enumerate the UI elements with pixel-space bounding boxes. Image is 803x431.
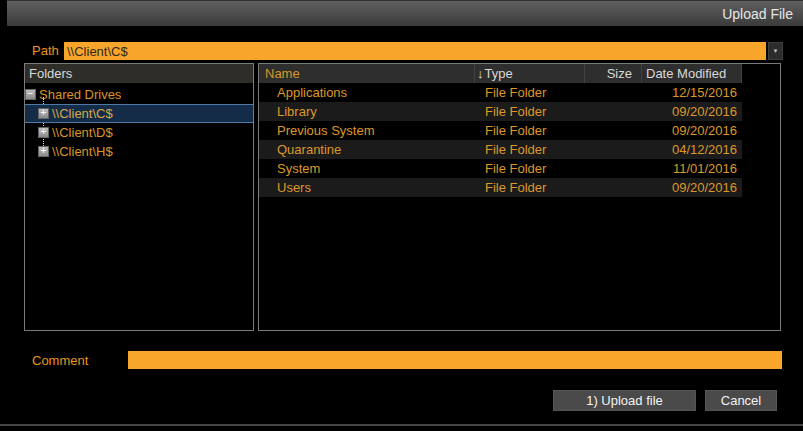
column-header-type[interactable]: ↓Type bbox=[475, 64, 585, 83]
file-type: File Folder bbox=[475, 83, 585, 102]
path-input[interactable] bbox=[64, 42, 766, 60]
expand-plus-icon[interactable]: + bbox=[38, 108, 49, 119]
file-name: Quarantine bbox=[259, 140, 475, 159]
file-size bbox=[585, 83, 642, 102]
file-date-modified: 12/15/2016 bbox=[642, 83, 742, 102]
sort-descending-icon: ↓ bbox=[477, 66, 484, 81]
file-row-previous-system[interactable]: Previous System File Folder 09/20/2016 bbox=[259, 121, 742, 140]
file-row-library[interactable]: Library File Folder 09/20/2016 bbox=[259, 102, 742, 121]
file-date-modified: 04/12/2016 bbox=[642, 140, 742, 159]
tree-item-client-d[interactable]: + \\Client\D$ bbox=[25, 123, 253, 142]
chevron-down-icon: ▼ bbox=[773, 48, 779, 54]
file-date-modified: 09/20/2016 bbox=[642, 121, 742, 140]
tree-item-client-h[interactable]: + \\Client\H$ bbox=[25, 142, 253, 161]
folders-panel-header: Folders bbox=[25, 64, 253, 83]
upload-file-button[interactable]: 1) Upload file bbox=[553, 390, 696, 411]
comment-label: Comment bbox=[32, 353, 88, 368]
file-size bbox=[585, 178, 642, 197]
file-size bbox=[585, 159, 642, 178]
file-row-applications[interactable]: Applications File Folder 12/15/2016 bbox=[259, 83, 742, 102]
tree-item-label: \\Client\H$ bbox=[52, 144, 113, 159]
file-size bbox=[585, 102, 642, 121]
file-date-modified: 11/01/2016 bbox=[642, 159, 742, 178]
title-bar: Upload File bbox=[7, 0, 803, 26]
file-list-body: Applications File Folder 12/15/2016 Libr… bbox=[259, 83, 780, 197]
tree-item-shared-drives[interactable]: − Shared Drives bbox=[25, 85, 253, 104]
expand-plus-icon[interactable]: + bbox=[38, 127, 49, 138]
file-type: File Folder bbox=[475, 178, 585, 197]
column-header-size[interactable]: Size bbox=[585, 64, 642, 83]
file-name: System bbox=[259, 159, 475, 178]
path-dropdown-button[interactable]: ▼ bbox=[768, 42, 783, 60]
file-name: Library bbox=[259, 102, 475, 121]
file-name: Users bbox=[259, 178, 475, 197]
window-title: Upload File bbox=[722, 6, 793, 22]
dialog-bottom-edge bbox=[0, 424, 803, 426]
file-type: File Folder bbox=[475, 102, 585, 121]
file-type: File Folder bbox=[475, 159, 585, 178]
upload-file-dialog: Upload File Path ▼ Folders − Shared Driv… bbox=[0, 0, 803, 431]
comment-input[interactable] bbox=[128, 351, 782, 369]
tree-item-label: \\Client\D$ bbox=[52, 125, 113, 140]
file-name: Previous System bbox=[259, 121, 475, 140]
file-row-quarantine[interactable]: Quarantine File Folder 04/12/2016 bbox=[259, 140, 742, 159]
file-date-modified: 09/20/2016 bbox=[642, 178, 742, 197]
tree-item-label: \\Client\C$ bbox=[52, 106, 113, 121]
file-row-system[interactable]: System File Folder 11/01/2016 bbox=[259, 159, 742, 178]
column-header-type-label: Type bbox=[485, 66, 513, 81]
path-label: Path bbox=[32, 43, 59, 58]
folder-tree: − Shared Drives + \\Client\C$ + \\Client… bbox=[25, 83, 253, 161]
collapse-minus-icon[interactable]: − bbox=[25, 89, 36, 100]
cancel-button[interactable]: Cancel bbox=[705, 390, 777, 411]
column-header-date-modified[interactable]: Date Modified bbox=[642, 64, 742, 83]
folders-panel: Folders − Shared Drives + \\Client\C$ + … bbox=[24, 63, 254, 331]
tree-item-client-c[interactable]: + \\Client\C$ bbox=[25, 104, 253, 123]
file-name: Applications bbox=[259, 83, 475, 102]
file-list-panel: Name ↓Type Size Date Modified Applicatio… bbox=[258, 63, 781, 331]
column-header-name[interactable]: Name bbox=[259, 64, 475, 83]
file-size bbox=[585, 140, 642, 159]
expand-plus-icon[interactable]: + bbox=[38, 146, 49, 157]
file-type: File Folder bbox=[475, 121, 585, 140]
tree-item-label: Shared Drives bbox=[39, 87, 121, 102]
file-date-modified: 09/20/2016 bbox=[642, 102, 742, 121]
file-type: File Folder bbox=[475, 140, 585, 159]
file-list-header: Name ↓Type Size Date Modified bbox=[259, 64, 742, 83]
file-size bbox=[585, 121, 642, 140]
file-row-users[interactable]: Users File Folder 09/20/2016 bbox=[259, 178, 742, 197]
